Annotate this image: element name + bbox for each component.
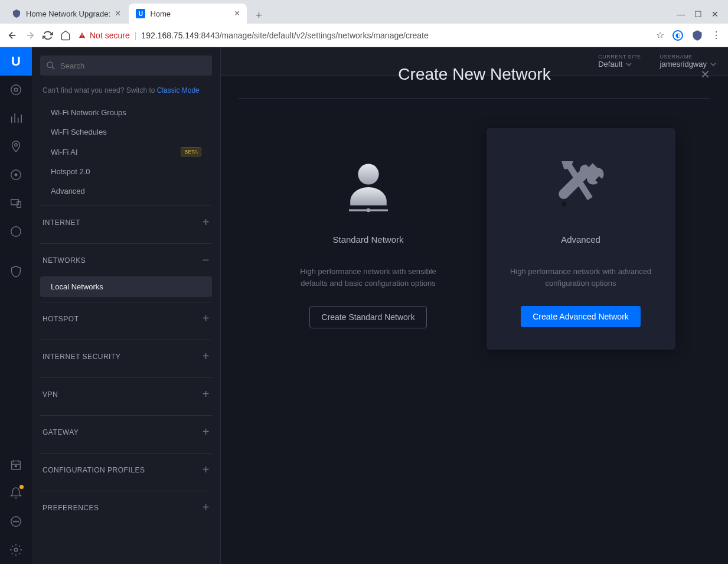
card-title: Standard Network — [288, 234, 449, 244]
favicon-icon: U — [136, 9, 145, 18]
section-gateway[interactable]: GATEWAY+ — [40, 416, 212, 448]
new-tab-button[interactable]: + — [250, 7, 267, 24]
rail-insights-icon[interactable] — [0, 217, 32, 246]
rail-security-icon[interactable] — [0, 257, 32, 286]
advanced-network-card: Advanced High performance network with a… — [487, 128, 675, 350]
rail-statistics-icon[interactable] — [0, 104, 32, 132]
minimize-icon[interactable]: — — [677, 9, 685, 19]
close-panel-icon[interactable]: ✕ — [700, 67, 710, 81]
svg-point-14 — [18, 521, 19, 522]
extension-shield-icon[interactable] — [691, 30, 703, 41]
svg-point-2 — [14, 88, 18, 92]
svg-text:*: * — [15, 464, 17, 470]
notification-dot-icon — [19, 485, 24, 489]
rail-events-icon[interactable]: * — [0, 451, 32, 479]
sidebar-item-wifi-groups[interactable]: Wi-Fi Network Groups — [40, 103, 212, 122]
expand-icon: + — [203, 387, 210, 401]
section-vpn[interactable]: VPN+ — [40, 378, 212, 410]
card-description: High performance network with advanced c… — [501, 266, 661, 289]
svg-point-17 — [358, 164, 378, 184]
unifi-logo-icon[interactable]: U — [0, 47, 32, 76]
warning-icon — [78, 31, 86, 40]
expand-icon: + — [203, 501, 210, 514]
maximize-icon[interactable]: ☐ — [694, 9, 702, 19]
section-internet-security[interactable]: INTERNET SECURITY+ — [40, 340, 212, 373]
rail-dashboard-icon[interactable] — [0, 76, 32, 104]
bookmark-star-icon[interactable]: ☆ — [656, 30, 664, 41]
expand-icon: + — [203, 425, 210, 439]
svg-point-5 — [15, 174, 17, 176]
close-tab-icon[interactable]: × — [115, 9, 120, 18]
svg-point-13 — [15, 521, 17, 522]
rail-devices-icon[interactable] — [0, 161, 32, 189]
nav-rail: U * — [0, 47, 32, 564]
svg-point-19 — [366, 208, 370, 213]
sidebar-item-hotspot2[interactable]: Hotspot 2.0 — [40, 162, 212, 181]
address-bar[interactable]: Not secure | 192.168.75.149:8443/manage/… — [78, 31, 649, 40]
section-networks[interactable]: NETWORKS− — [40, 244, 212, 276]
browser-tab-active[interactable]: U Home × — [129, 4, 247, 24]
expand-icon: + — [203, 216, 210, 229]
sidebar-item-local-networks[interactable]: Local Networks — [40, 276, 212, 297]
browser-tab-strip: Home Network Upgrade: × U Home × + — ☐ ✕ — [0, 0, 728, 24]
rail-alerts-icon[interactable] — [0, 479, 32, 507]
section-hotspot[interactable]: HOTSPOT+ — [40, 302, 212, 335]
browser-menu-icon[interactable]: ⋮ — [711, 30, 721, 41]
close-window-icon[interactable]: ✕ — [711, 9, 719, 19]
svg-point-16 — [47, 62, 53, 67]
section-config-profiles[interactable]: CONFIGURATION PROFILES+ — [40, 454, 212, 486]
favicon-icon — [12, 9, 21, 18]
svg-point-15 — [14, 548, 18, 552]
create-standard-network-button[interactable]: Create Standard Network — [309, 306, 427, 328]
expand-icon: + — [203, 350, 210, 363]
settings-sidebar: Can't find what you need? Switch to Clas… — [32, 47, 221, 564]
sidebar-item-advanced[interactable]: Advanced — [40, 181, 212, 201]
search-field[interactable] — [60, 61, 206, 70]
close-tab-icon[interactable]: × — [234, 9, 240, 18]
section-preferences[interactable]: PREFERENCES+ — [40, 491, 212, 524]
forward-button[interactable] — [25, 30, 35, 41]
expand-icon: + — [203, 463, 210, 477]
window-controls: — ☐ ✕ — [677, 9, 723, 24]
svg-point-1 — [11, 85, 21, 95]
search-input[interactable] — [40, 56, 212, 76]
reload-button[interactable] — [43, 30, 53, 41]
classic-mode-link[interactable]: Classic Mode — [157, 86, 200, 94]
rail-chat-icon[interactable] — [0, 507, 32, 536]
card-description: High performance network with sensible d… — [288, 266, 449, 289]
url-text: 192.168.75.149:8443/manage/site/default/… — [141, 31, 428, 40]
svg-point-12 — [13, 521, 14, 522]
tools-icon — [501, 152, 661, 223]
page-title: Create New Network — [398, 65, 550, 84]
standard-network-card: Standard Network High performance networ… — [274, 128, 463, 350]
main-content: Create New Network ✕ Standard Network Hi… — [221, 47, 728, 564]
rail-clients-icon[interactable] — [0, 189, 32, 217]
collapse-icon: − — [203, 253, 210, 267]
tab-title: Home Network Upgrade: — [26, 9, 110, 18]
svg-point-20 — [561, 201, 567, 207]
back-button[interactable] — [7, 30, 18, 41]
tab-title: Home — [150, 9, 230, 18]
chevron-down-icon — [710, 61, 716, 67]
extension-icon[interactable]: ◐ — [672, 30, 683, 41]
expand-icon: + — [203, 312, 210, 325]
sidebar-item-wifi-ai[interactable]: Wi-Fi AIBETA — [40, 142, 212, 162]
beta-badge: BETA — [181, 147, 201, 157]
card-title: Advanced — [501, 234, 661, 244]
rail-settings-icon[interactable] — [0, 536, 32, 564]
security-indicator[interactable]: Not secure — [78, 31, 130, 40]
browser-toolbar: Not secure | 192.168.75.149:8443/manage/… — [0, 24, 728, 47]
classic-mode-hint: Can't find what you need? Switch to Clas… — [43, 86, 210, 94]
svg-rect-6 — [11, 200, 19, 205]
sidebar-item-wifi-schedules[interactable]: Wi-Fi Schedules — [40, 122, 212, 142]
create-advanced-network-button[interactable]: Create Advanced Network — [521, 306, 641, 327]
svg-point-8 — [11, 227, 21, 237]
svg-point-3 — [15, 144, 18, 146]
section-internet[interactable]: INTERNET+ — [40, 206, 212, 239]
user-network-icon — [288, 152, 449, 223]
search-icon — [46, 61, 56, 70]
rail-map-icon[interactable] — [0, 132, 32, 161]
home-button[interactable] — [60, 30, 71, 41]
browser-tab[interactable]: Home Network Upgrade: × — [5, 4, 128, 24]
